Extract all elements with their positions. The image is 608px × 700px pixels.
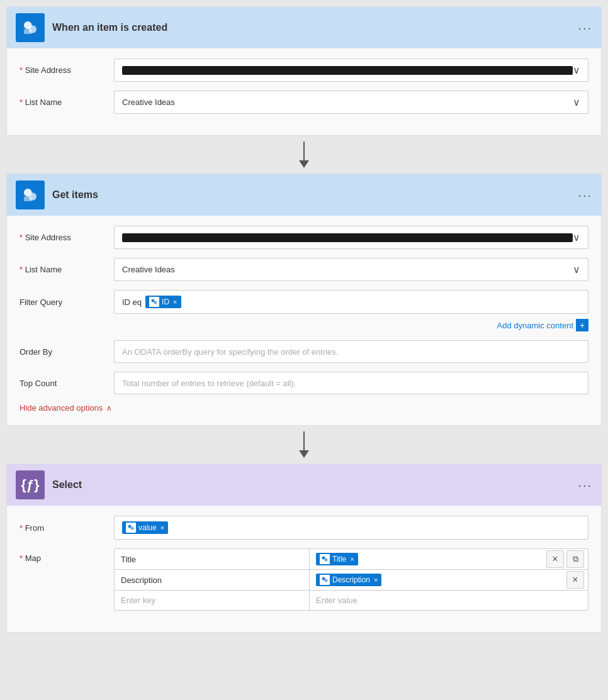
trigger-site-address-masked <box>122 66 573 75</box>
description-tag-close[interactable]: × <box>374 576 378 584</box>
get-items-site-address-chevron[interactable]: ∨ <box>573 231 580 243</box>
filter-query-content: ID eq ID × <box>122 296 181 308</box>
svg-point-8 <box>128 525 132 528</box>
trigger-list-name-row: List Name Creative Ideas ∨ <box>20 91 588 114</box>
trigger-card-body: Site Address ∨ List Name Creative Ideas … <box>7 48 601 135</box>
title-tag-close[interactable]: × <box>350 555 354 563</box>
select-map-label: Map <box>20 548 108 563</box>
get-items-order-by-input[interactable]: An ODATA orderBy query for specifying th… <box>114 340 588 363</box>
description-row-delete[interactable]: × <box>566 571 584 589</box>
arrow-line-2 <box>303 431 305 450</box>
get-items-top-count-input[interactable]: Total number of entries to retrieve (def… <box>114 372 588 394</box>
trigger-site-address-input[interactable]: ∨ <box>114 58 588 82</box>
svg-point-11 <box>325 558 328 562</box>
get-items-order-by-placeholder: An ODATA orderBy query for specifying th… <box>122 347 338 357</box>
trigger-site-address-chevron[interactable]: ∨ <box>573 64 580 76</box>
trigger-site-address-label: Site Address <box>20 65 108 75</box>
from-tag-sp-icon <box>126 523 136 533</box>
get-items-list-name-input[interactable]: Creative Ideas ∨ <box>114 258 588 281</box>
filter-tag-text: ID <box>162 297 169 306</box>
dynamic-content-row: Add dynamic content + <box>20 319 588 331</box>
select-from-row: From value × <box>20 516 588 540</box>
filter-tag-sp-icon <box>149 297 159 307</box>
svg-rect-5 <box>24 197 32 202</box>
select-more-button[interactable]: ··· <box>578 478 592 492</box>
map-key-description[interactable]: Description <box>115 570 310 590</box>
trigger-list-name-chevron[interactable]: ∨ <box>573 96 580 108</box>
get-items-site-address-label: Site Address <box>20 233 108 242</box>
hide-advanced-options-button[interactable]: Hide advanced options ∧ <box>20 403 588 413</box>
get-items-order-by-label: Order By <box>20 347 108 357</box>
get-items-site-address-row: Site Address ∨ <box>20 226 588 249</box>
svg-point-13 <box>325 579 328 582</box>
map-value-title[interactable]: Title × <box>310 549 543 569</box>
sharepoint-icon <box>16 13 45 42</box>
arrow-line-1 <box>303 142 305 160</box>
dynamic-content-label: Add dynamic content <box>497 321 573 330</box>
table-row: Description Description <box>115 570 588 591</box>
select-icon: {ƒ} <box>16 470 45 499</box>
map-table: Title Title <box>114 548 588 611</box>
trigger-more-button[interactable]: ··· <box>578 21 592 35</box>
title-row-copy[interactable]: ⧉ <box>566 550 584 568</box>
get-items-filter-query-input[interactable]: ID eq ID × <box>114 290 588 314</box>
arrow-1 <box>299 136 309 174</box>
dynamic-content-link[interactable]: Add dynamic content + <box>497 319 588 331</box>
get-items-card: Get items ··· Site Address ∨ List Name C… <box>6 174 602 426</box>
select-from-tag: value × <box>122 521 168 534</box>
title-row-delete[interactable]: × <box>546 550 564 568</box>
get-items-card-body: Site Address ∨ List Name Creative Ideas … <box>7 216 601 425</box>
description-row-actions: × <box>563 570 588 590</box>
map-key-placeholder[interactable]: Enter key <box>115 591 310 610</box>
trigger-card-title: When an item is created <box>52 22 592 33</box>
get-items-list-name-row: List Name Creative Ideas ∨ <box>20 258 588 281</box>
trigger-card: When an item is created ··· Site Address… <box>6 6 602 136</box>
description-tag-text: Description <box>332 575 370 584</box>
map-value-placeholder-text: Enter value <box>316 596 357 605</box>
select-from-input[interactable]: value × <box>114 516 588 540</box>
get-items-site-address-input[interactable]: ∨ <box>114 226 588 249</box>
trigger-list-name-input[interactable]: Creative Ideas ∨ <box>114 91 588 114</box>
get-items-list-name-label: List Name <box>20 265 108 274</box>
arrow-2 <box>299 426 309 464</box>
get-items-more-button[interactable]: ··· <box>578 188 592 203</box>
from-tag-text: value <box>138 523 157 532</box>
svg-rect-2 <box>24 30 32 35</box>
select-card-header: {ƒ} Select ··· <box>7 464 601 506</box>
select-map-row: Map Title <box>20 548 588 611</box>
map-key-title[interactable]: Title <box>115 549 310 569</box>
title-tag-sp-icon <box>320 554 330 564</box>
svg-point-6 <box>152 299 155 303</box>
get-items-sharepoint-icon <box>16 181 45 209</box>
get-items-card-title: Get items <box>52 189 592 201</box>
trigger-list-name-value: Creative Ideas <box>122 97 175 107</box>
from-tag-close[interactable]: × <box>160 524 164 531</box>
title-row-actions: × ⧉ <box>543 549 588 569</box>
dynamic-add-icon[interactable]: + <box>576 319 588 331</box>
trigger-site-address-row: Site Address ∨ <box>20 58 588 82</box>
select-map-container: Title Title <box>114 548 588 611</box>
hide-advanced-label: Hide advanced options <box>20 403 103 413</box>
svg-point-7 <box>154 301 157 304</box>
select-from-label: From <box>20 523 108 533</box>
map-value-description[interactable]: Description × <box>310 570 563 590</box>
title-tag-text: Title <box>332 555 346 564</box>
table-row: Enter key Enter value <box>115 591 588 610</box>
map-value-placeholder[interactable]: Enter value <box>310 591 588 610</box>
svg-point-9 <box>131 527 134 530</box>
title-tag: Title × <box>316 553 358 565</box>
hide-advanced-chevron-up: ∧ <box>106 404 112 413</box>
get-items-filter-query-label: Filter Query <box>20 297 108 307</box>
get-items-list-name-value: Creative Ideas <box>122 265 175 274</box>
select-card-body: From value × Map <box>7 506 601 632</box>
filter-tag-close[interactable]: × <box>173 298 177 306</box>
description-tag-sp-icon <box>320 575 330 585</box>
table-row: Title Title <box>115 549 588 570</box>
get-items-top-count-row: Top Count Total number of entries to ret… <box>20 372 588 394</box>
select-card-title: Select <box>52 479 592 491</box>
trigger-list-name-label: List Name <box>20 97 108 107</box>
flow-container: When an item is created ··· Site Address… <box>6 6 602 633</box>
get-items-top-count-label: Top Count <box>20 379 108 388</box>
get-items-list-name-chevron[interactable]: ∨ <box>573 264 580 275</box>
description-tag: Description × <box>316 574 381 586</box>
